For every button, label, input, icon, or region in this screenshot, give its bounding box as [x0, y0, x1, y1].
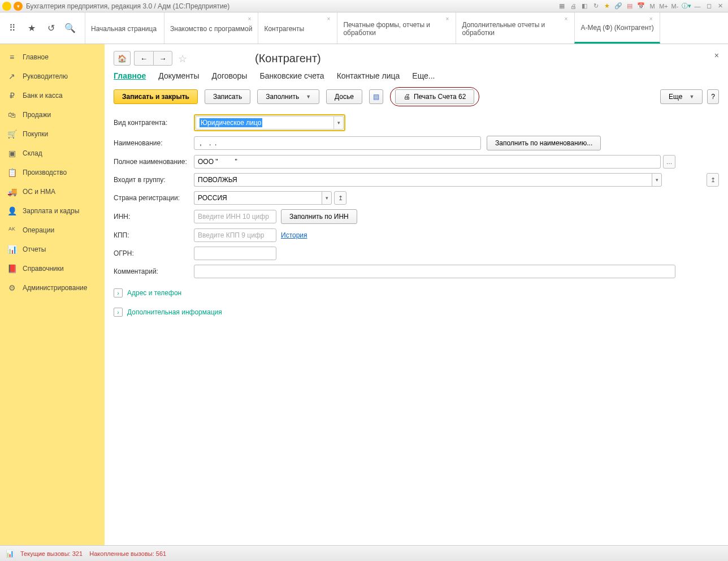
tab-home[interactable]: Начальная страница — [85, 12, 164, 44]
statusbar: 📊 Текущие вызовы: 321 Накопленные вызовы… — [0, 545, 728, 561]
forward-button[interactable]: → — [153, 51, 172, 66]
compare-icon[interactable]: ◧ — [580, 2, 589, 11]
tab-close-icon[interactable]: × — [445, 16, 452, 23]
calc-icon[interactable]: ▤ — [625, 2, 634, 11]
mminus-icon[interactable]: M- — [670, 2, 679, 11]
expand-toggle[interactable]: › — [114, 308, 123, 317]
minimize-icon[interactable]: — — [693, 2, 702, 11]
window-title: Бухгалтерия предприятия, редакция 3.0 / … — [26, 2, 229, 10]
sidebar-label: Склад — [23, 149, 42, 157]
tab-close-icon[interactable]: × — [327, 16, 333, 23]
label-inn: ИНН: — [114, 213, 194, 221]
subnav-documents[interactable]: Документы — [158, 71, 199, 80]
comment-input[interactable] — [194, 265, 675, 278]
open-button[interactable]: ↥ — [334, 191, 346, 205]
dossier-button[interactable]: Досье — [326, 89, 362, 104]
tab-close-icon[interactable]: × — [564, 16, 571, 23]
back-button[interactable]: ← — [134, 51, 153, 66]
fill-by-inn-button[interactable]: Заполнить по ИНН — [281, 209, 357, 224]
button-label: Досье — [335, 93, 354, 101]
subnav-bank-accounts[interactable]: Банковские счета — [259, 71, 324, 80]
person-icon: 👤 — [7, 206, 17, 216]
tab-intro[interactable]: ×Знакомство с программой — [164, 12, 258, 44]
tab-extra-reports[interactable]: ×Дополнительные отчеты и обработки — [456, 12, 574, 44]
expander-label[interactable]: Адрес и телефон — [127, 289, 181, 297]
sidebar-item-warehouse[interactable]: ▣Склад — [0, 144, 105, 163]
ogrn-input[interactable] — [194, 247, 276, 260]
open-button[interactable]: ↥ — [707, 173, 719, 187]
expander-label[interactable]: Дополнительная информация — [127, 308, 222, 316]
calendar-icon[interactable]: 📅 — [636, 2, 645, 11]
sidebar-item-manager[interactable]: ↗Руководителю — [0, 67, 105, 86]
dropdown-toggle[interactable]: ▾ — [333, 116, 344, 130]
print-account-button[interactable]: 🖨Печать Счета 62 — [395, 89, 474, 104]
home-button[interactable]: 🏠 — [114, 51, 131, 66]
m-icon[interactable]: M — [648, 2, 657, 11]
dropdown-icon[interactable]: ▾ — [14, 2, 23, 11]
sidebar-item-hr[interactable]: 👤Зарплата и кадры — [0, 201, 105, 221]
sidebar-item-operations[interactable]: ᴬᴷОперации — [0, 221, 105, 240]
kind-select[interactable]: Юридическое лицо — [196, 116, 333, 130]
sidebar-item-production[interactable]: 📋Производство — [0, 163, 105, 182]
star-outline-icon[interactable]: ☆ — [178, 53, 189, 64]
link-icon[interactable]: 🔗 — [614, 2, 623, 11]
info-icon[interactable]: ⓘ▾ — [682, 2, 691, 11]
sidebar-item-reports[interactable]: 📊Отчеты — [0, 240, 105, 259]
tab-close-icon[interactable]: × — [248, 16, 254, 23]
dropdown-toggle[interactable]: ▾ — [652, 173, 662, 187]
favorite-icon[interactable]: ★ — [26, 23, 37, 34]
search-icon[interactable]: 🔍 — [64, 23, 76, 34]
tab-counterparty[interactable]: ×А-Мед (Ф) (Контрагент) — [574, 12, 660, 44]
sidebar-item-main[interactable]: ≡Главное — [0, 48, 105, 67]
apps-icon[interactable]: ⠿ — [7, 23, 18, 34]
sidebar-item-sales[interactable]: 🛍Продажи — [0, 105, 105, 124]
subnav-main[interactable]: Главное — [114, 71, 146, 80]
dropdown-toggle[interactable]: ▾ — [322, 191, 332, 205]
tab-print-forms[interactable]: ×Печатные формы, отчеты и обработки — [337, 12, 456, 44]
star-icon[interactable]: ★ — [603, 2, 612, 11]
print-icon[interactable]: 🖨 — [569, 2, 578, 11]
fill-by-name-button[interactable]: Заполнить по наименованию... — [487, 136, 601, 150]
sidebar-item-bank[interactable]: ₽Банк и касса — [0, 86, 105, 105]
tab-close-icon[interactable]: × — [649, 16, 656, 23]
sidebar-label: Руководителю — [23, 72, 68, 80]
more-button[interactable]: Еще▼ — [660, 89, 703, 104]
subnav-more[interactable]: Еще... — [412, 71, 435, 80]
mplus-icon[interactable]: M+ — [659, 2, 668, 11]
fill-button[interactable]: Заполнить▼ — [257, 89, 319, 104]
status-curr-value: 321 — [72, 550, 83, 557]
list-view-button[interactable]: ▤ — [369, 89, 383, 104]
tab-counterparties[interactable]: ×Контрагенты — [258, 12, 337, 44]
label-group: Входит в группу: — [114, 176, 194, 184]
subnav-contracts[interactable]: Договоры — [212, 71, 248, 80]
button-label: Печать Счета 62 — [414, 93, 466, 101]
close-window-icon[interactable]: ✕ — [716, 2, 725, 11]
inn-input[interactable] — [194, 210, 276, 223]
history-icon[interactable]: ↺ — [45, 23, 57, 34]
expand-toggle[interactable]: › — [114, 288, 123, 297]
ellipsis-button[interactable]: … — [663, 155, 675, 169]
refresh-icon[interactable]: ↻ — [591, 2, 600, 11]
save-button[interactable]: Записать — [205, 89, 250, 104]
name-input[interactable] — [194, 136, 481, 150]
maximize-icon[interactable]: ◻ — [704, 2, 713, 11]
subnav-contacts[interactable]: Контактные лица — [337, 71, 400, 80]
fullname-input[interactable] — [194, 155, 661, 169]
save-and-close-button[interactable]: Записать и закрыть — [114, 89, 198, 104]
gear-icon: ⚙ — [7, 283, 17, 293]
production-icon: 📋 — [7, 167, 17, 178]
history-link[interactable]: История — [281, 231, 307, 239]
tool-icon-1[interactable]: ▦ — [557, 2, 566, 11]
group-input[interactable] — [194, 173, 652, 187]
sidebar-item-refs[interactable]: 📕Справочники — [0, 259, 105, 278]
sidebar-item-assets[interactable]: 🚚ОС и НМА — [0, 182, 105, 201]
kpp-input[interactable] — [194, 228, 276, 242]
help-button[interactable]: ? — [707, 89, 719, 104]
nav-row: 🏠 ← → ☆ (Контрагент) — [114, 51, 719, 66]
country-input[interactable] — [194, 191, 322, 205]
sidebar-item-admin[interactable]: ⚙Администрирование — [0, 278, 105, 297]
tabs: Начальная страница ×Знакомство с програм… — [85, 12, 728, 44]
label-kpp: КПП: — [114, 231, 194, 239]
sidebar-item-purchases[interactable]: 🛒Покупки — [0, 124, 105, 144]
close-form-icon[interactable]: × — [714, 51, 719, 60]
